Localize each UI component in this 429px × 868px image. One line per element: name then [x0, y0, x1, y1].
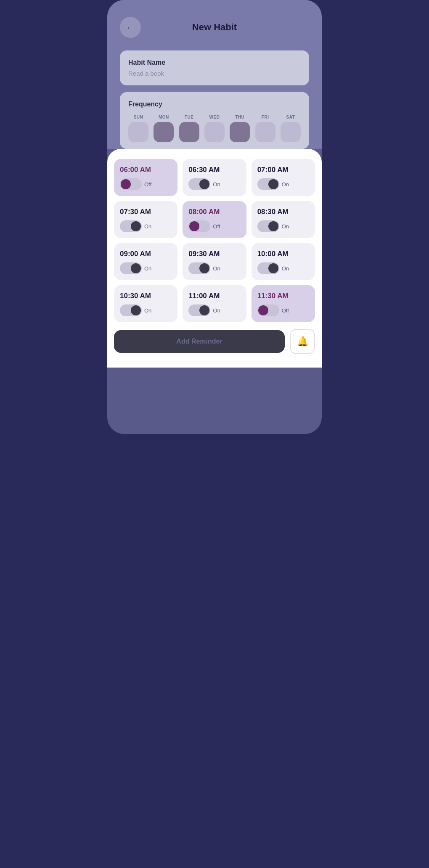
toggle-t11[interactable] — [188, 304, 210, 316]
toggle-label-t1: Off — [144, 181, 151, 188]
frequency-card: Frequency SUNMONTUEWEDTHUFRISAT — [120, 92, 309, 149]
toggle-t7[interactable] — [120, 262, 142, 274]
toggle-row-t7: On — [120, 262, 172, 274]
toggle-t5[interactable] — [188, 220, 210, 232]
day-label-sun: SUN — [134, 115, 143, 119]
header-row: ← New Habit — [120, 17, 309, 38]
day-col-wed[interactable]: WED — [204, 115, 225, 142]
toggle-label-t9: On — [282, 265, 289, 272]
toggle-label-t6: On — [282, 223, 289, 230]
toggle-row-t2: On — [188, 178, 240, 190]
toggle-knob-t12 — [258, 305, 268, 315]
day-circle-sun[interactable] — [128, 122, 148, 142]
top-section: ← New Habit Habit Name Read a book Frequ… — [107, 0, 322, 149]
toggle-t8[interactable] — [188, 262, 210, 274]
time-card-t6[interactable]: 08:30 AMOn — [252, 201, 315, 238]
toggle-t9[interactable] — [257, 262, 279, 274]
day-label-tue: TUE — [185, 115, 194, 119]
day-label-wed: WED — [209, 115, 220, 119]
toggle-knob-t6 — [268, 221, 278, 231]
toggle-row-t5: Off — [188, 220, 240, 232]
day-col-tue[interactable]: TUE — [179, 115, 199, 142]
day-label-mon: MON — [159, 115, 169, 119]
toggle-t3[interactable] — [257, 178, 279, 190]
time-card-t12[interactable]: 11:30 AMOff — [252, 285, 315, 322]
day-label-fri: FRI — [262, 115, 269, 119]
toggle-knob-t3 — [268, 179, 278, 189]
time-card-t1[interactable]: 06:00 AMOff — [114, 159, 177, 196]
habit-name-label: Habit Name — [128, 59, 301, 66]
day-col-sat[interactable]: SAT — [281, 115, 301, 142]
toggle-knob-t5 — [189, 221, 199, 231]
time-text-t7: 09:00 AM — [120, 250, 172, 258]
time-card-t9[interactable]: 10:00 AMOn — [252, 243, 315, 280]
day-col-fri[interactable]: FRI — [255, 115, 275, 142]
time-card-t3[interactable]: 07:00 AMOn — [252, 159, 315, 196]
time-grid: 06:00 AMOff06:30 AMOn07:00 AMOn07:30 AMO… — [114, 159, 315, 322]
toggle-label-t4: On — [144, 223, 151, 230]
toggle-label-t7: On — [144, 265, 151, 272]
habit-name-card: Habit Name Read a book — [120, 50, 309, 85]
day-circle-thu[interactable] — [230, 122, 250, 142]
back-button[interactable]: ← — [120, 17, 141, 38]
phone-container: ← New Habit Habit Name Read a book Frequ… — [107, 0, 322, 434]
time-card-t11[interactable]: 11:00 AMOn — [183, 285, 246, 322]
time-card-t7[interactable]: 09:00 AMOn — [114, 243, 177, 280]
bottom-modal: 06:00 AMOff06:30 AMOn07:00 AMOn07:30 AMO… — [107, 149, 322, 368]
time-text-t3: 07:00 AM — [257, 166, 309, 174]
toggle-t12[interactable] — [257, 304, 279, 316]
toggle-t2[interactable] — [188, 178, 210, 190]
toggle-label-t2: On — [213, 181, 220, 188]
toggle-knob-t1 — [121, 179, 131, 189]
toggle-label-t3: On — [282, 181, 289, 188]
add-reminder-button[interactable]: Add Reminder — [114, 330, 285, 353]
toggle-knob-t8 — [199, 263, 209, 273]
back-arrow-icon: ← — [126, 23, 135, 32]
toggle-knob-t2 — [199, 179, 209, 189]
toggle-row-t4: On — [120, 220, 172, 232]
toggle-t6[interactable] — [257, 220, 279, 232]
day-label-sat: SAT — [286, 115, 295, 119]
time-card-t2[interactable]: 06:30 AMOn — [183, 159, 246, 196]
time-card-t4[interactable]: 07:30 AMOn — [114, 201, 177, 238]
day-circle-fri[interactable] — [255, 122, 275, 142]
page-title: New Habit — [141, 22, 288, 33]
toggle-row-t3: On — [257, 178, 309, 190]
time-card-t8[interactable]: 09:30 AMOn — [183, 243, 246, 280]
day-circle-sat[interactable] — [281, 122, 301, 142]
time-card-t5[interactable]: 08:00 AMOff — [183, 201, 246, 238]
toggle-row-t9: On — [257, 262, 309, 274]
toggle-row-t10: On — [120, 304, 172, 316]
time-text-t1: 06:00 AM — [120, 166, 172, 174]
habit-name-input[interactable]: Read a book — [128, 70, 301, 77]
toggle-t10[interactable] — [120, 304, 142, 316]
toggle-t1[interactable] — [120, 178, 142, 190]
time-text-t5: 08:00 AM — [188, 208, 240, 216]
time-text-t11: 11:00 AM — [188, 292, 240, 300]
day-circle-mon[interactable] — [154, 122, 174, 142]
toggle-label-t12: Off — [282, 307, 289, 314]
toggle-label-t11: On — [213, 307, 220, 314]
time-card-t10[interactable]: 10:30 AMOn — [114, 285, 177, 322]
toggle-knob-t9 — [268, 263, 278, 273]
day-col-mon[interactable]: MON — [154, 115, 174, 142]
day-circle-wed[interactable] — [204, 122, 225, 142]
day-col-sun[interactable]: SUN — [128, 115, 148, 142]
toggle-row-t11: On — [188, 304, 240, 316]
day-circle-tue[interactable] — [179, 122, 199, 142]
time-text-t10: 10:30 AM — [120, 292, 172, 300]
days-row: SUNMONTUEWEDTHUFRISAT — [128, 115, 301, 149]
toggle-knob-t11 — [199, 305, 209, 315]
toggle-label-t10: On — [144, 307, 151, 314]
time-text-t4: 07:30 AM — [120, 208, 172, 216]
frequency-label: Frequency — [128, 101, 301, 108]
toggle-row-t1: Off — [120, 178, 172, 190]
bottom-bar: Add Reminder 🔔 — [114, 329, 315, 359]
day-col-thu[interactable]: THU — [230, 115, 250, 142]
toggle-knob-t7 — [131, 263, 141, 273]
time-text-t8: 09:30 AM — [188, 250, 240, 258]
toggle-t4[interactable] — [120, 220, 142, 232]
toggle-row-t12: Off — [257, 304, 309, 316]
time-text-t6: 08:30 AM — [257, 208, 309, 216]
bell-button[interactable]: 🔔 — [290, 329, 315, 354]
